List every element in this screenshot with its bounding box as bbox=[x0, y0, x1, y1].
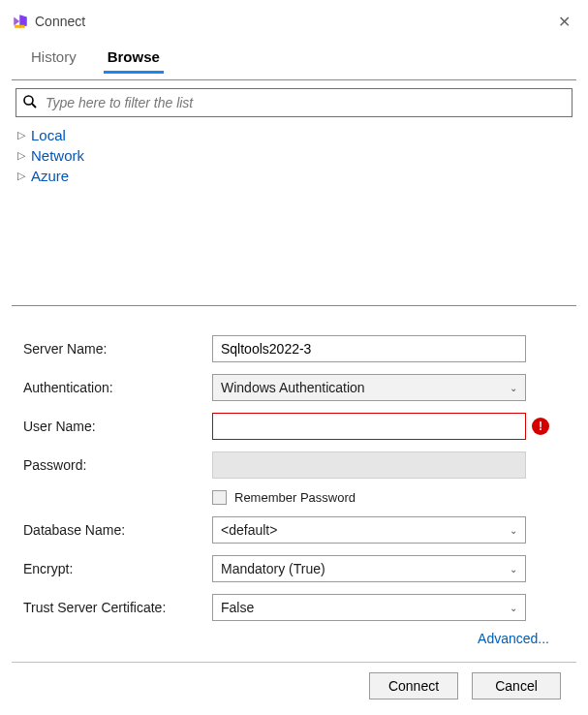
titlebar: Connect ✕ bbox=[12, 8, 576, 35]
filter-input[interactable] bbox=[44, 94, 566, 111]
tree-label: Local bbox=[31, 127, 66, 143]
chevron-right-icon: ▷ bbox=[17, 149, 27, 162]
close-icon[interactable]: ✕ bbox=[552, 11, 576, 33]
chevron-down-icon: ⌄ bbox=[510, 603, 517, 613]
app-icon bbox=[12, 13, 29, 30]
tree-item-local[interactable]: ▷ Local bbox=[17, 125, 571, 145]
tree-item-network[interactable]: ▷ Network bbox=[17, 145, 571, 166]
svg-line-2 bbox=[32, 104, 36, 108]
chevron-right-icon: ▷ bbox=[17, 170, 27, 182]
label-password: Password: bbox=[23, 457, 212, 473]
chevron-right-icon: ▷ bbox=[17, 129, 27, 141]
database-name-select[interactable]: <default> ⌄ bbox=[212, 516, 526, 544]
tree-item-azure[interactable]: ▷ Azure bbox=[17, 166, 571, 186]
filter-box bbox=[15, 88, 573, 117]
label-encrypt: Encrypt: bbox=[23, 561, 212, 576]
chevron-down-icon: ⌄ bbox=[510, 564, 517, 575]
trust-cert-select[interactable]: False ⌄ bbox=[212, 594, 526, 621]
encrypt-select[interactable]: Mandatory (True) ⌄ bbox=[212, 555, 526, 582]
tab-browse[interactable]: Browse bbox=[104, 45, 164, 74]
label-server-name: Server Name: bbox=[23, 341, 212, 357]
label-authentication: Authentication: bbox=[23, 380, 212, 395]
divider bbox=[12, 662, 576, 663]
error-icon: ! bbox=[532, 418, 549, 435]
password-input bbox=[212, 451, 526, 479]
svg-point-1 bbox=[24, 96, 33, 105]
label-trust-cert: Trust Server Certificate: bbox=[23, 600, 212, 615]
remember-password-label: Remember Password bbox=[234, 490, 356, 505]
select-value: False bbox=[221, 600, 254, 615]
divider bbox=[12, 305, 576, 306]
connection-form: Server Name: Authentication: Windows Aut… bbox=[12, 335, 576, 621]
search-icon bbox=[22, 94, 38, 112]
tree-label: Azure bbox=[31, 168, 69, 184]
user-name-input[interactable] bbox=[212, 413, 526, 440]
advanced-row: Advanced... bbox=[12, 621, 576, 650]
divider bbox=[12, 79, 576, 80]
dialog-buttons: Connect Cancel bbox=[12, 672, 576, 705]
tab-strip: History Browse bbox=[12, 45, 576, 74]
server-name-input[interactable] bbox=[212, 335, 526, 362]
select-value: <default> bbox=[221, 522, 277, 538]
window-title: Connect bbox=[35, 14, 546, 29]
browse-tree: ▷ Local ▷ Network ▷ Azure bbox=[12, 117, 576, 194]
tree-label: Network bbox=[31, 147, 84, 164]
connect-button[interactable]: Connect bbox=[369, 672, 458, 699]
advanced-link[interactable]: Advanced... bbox=[478, 631, 549, 646]
authentication-select[interactable]: Windows Authentication ⌄ bbox=[212, 374, 526, 401]
tab-history[interactable]: History bbox=[27, 45, 80, 74]
label-database-name: Database Name: bbox=[23, 522, 212, 538]
remember-password-row[interactable]: Remember Password bbox=[212, 490, 549, 505]
select-value: Mandatory (True) bbox=[221, 561, 325, 576]
label-user-name: User Name: bbox=[23, 419, 212, 434]
select-value: Windows Authentication bbox=[221, 380, 365, 395]
chevron-down-icon: ⌄ bbox=[510, 383, 517, 393]
remember-password-checkbox[interactable] bbox=[212, 490, 227, 505]
cancel-button[interactable]: Cancel bbox=[472, 672, 561, 699]
svg-rect-0 bbox=[15, 25, 25, 28]
connect-dialog: Connect ✕ History Browse ▷ Local ▷ Netwo… bbox=[0, 0, 588, 715]
chevron-down-icon: ⌄ bbox=[510, 525, 517, 536]
